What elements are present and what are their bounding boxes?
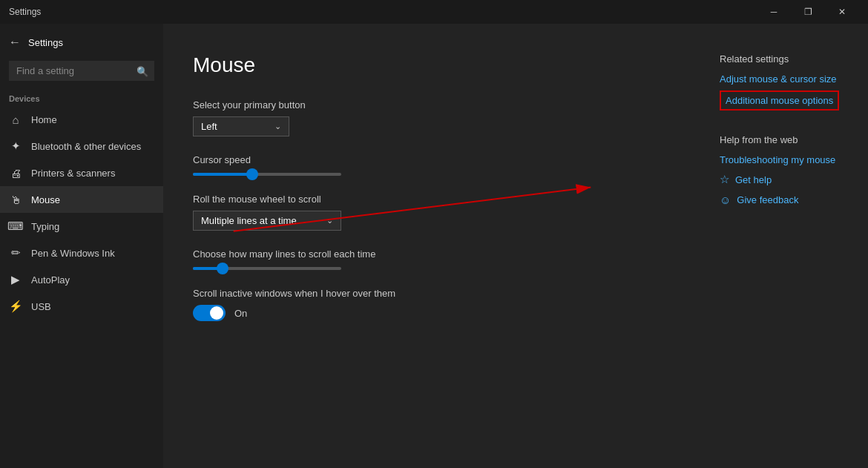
inactive-toggle[interactable] xyxy=(193,305,226,321)
toggle-knob xyxy=(210,306,223,320)
search-input[interactable] xyxy=(9,61,154,81)
scroll-lines-thumb[interactable] xyxy=(217,263,228,274)
sidebar-item-home[interactable]: ⌂ Home xyxy=(0,106,163,133)
scroll-lines-group: Choose how many lines to scroll each tim… xyxy=(193,248,690,270)
scroll-group: Roll the mouse wheel to scroll Multiple … xyxy=(193,194,690,231)
additional-mouse-link[interactable]: Additional mouse options xyxy=(720,90,839,111)
sidebar-item-home-label: Home xyxy=(31,114,57,125)
give-feedback-row[interactable]: ☺ Give feedback xyxy=(720,194,853,206)
titlebar-controls: ─ ❐ ✕ xyxy=(757,0,859,24)
inactive-toggle-label: On xyxy=(234,308,247,319)
cursor-speed-label: Cursor speed xyxy=(193,154,690,165)
search-box: 🔍 xyxy=(9,61,154,81)
usb-icon: ⚡ xyxy=(9,300,22,313)
give-feedback-label: Give feedback xyxy=(737,194,798,205)
scroll-dropdown[interactable]: Multiple lines at a time ⌄ xyxy=(193,211,341,231)
annotation-arrow xyxy=(163,24,720,468)
cursor-speed-slider[interactable] xyxy=(193,173,341,176)
main-content: Mouse Select your primary button Left ⌄ … xyxy=(163,24,720,468)
sidebar-item-bluetooth-label: Bluetooth & other devices xyxy=(31,141,141,152)
get-help-label: Get help xyxy=(735,174,772,185)
get-help-icon: ☆ xyxy=(720,173,729,186)
search-icon: 🔍 xyxy=(137,65,148,76)
sidebar-item-mouse[interactable]: 🖱 Mouse xyxy=(0,186,163,213)
right-panel: Related settings Adjust mouse & cursor s… xyxy=(720,24,868,468)
cursor-speed-fill xyxy=(193,173,252,176)
sidebar-item-bluetooth[interactable]: ✦ Bluetooth & other devices xyxy=(0,133,163,159)
sidebar-item-typing[interactable]: ⌨ Typing xyxy=(0,213,163,240)
scroll-lines-label: Choose how many lines to scroll each tim… xyxy=(193,248,690,260)
typing-icon: ⌨ xyxy=(9,220,22,233)
primary-button-group: Select your primary button Left ⌄ xyxy=(193,99,690,136)
titlebar: Settings ─ ❐ ✕ xyxy=(0,0,868,24)
sidebar-item-usb-label: USB xyxy=(31,301,51,312)
sidebar-back-button[interactable]: ← Settings xyxy=(0,30,163,55)
inactive-windows-group: Scroll inactive windows when I hover ove… xyxy=(193,288,690,321)
related-settings-title: Related settings xyxy=(720,53,853,65)
troubleshoot-link[interactable]: Troubleshooting my mouse xyxy=(720,154,853,165)
printers-icon: 🖨 xyxy=(9,166,22,179)
scroll-lines-slider[interactable] xyxy=(193,267,341,270)
sidebar-item-autoplay[interactable]: ▶ AutoPlay xyxy=(0,266,163,293)
sidebar: ← Settings 🔍 Devices ⌂ Home ✦ Bluetooth … xyxy=(0,24,163,468)
close-button[interactable]: ✕ xyxy=(825,0,859,24)
titlebar-left: Settings xyxy=(9,7,41,17)
inactive-toggle-row: On xyxy=(193,305,690,321)
cursor-speed-group: Cursor speed xyxy=(193,154,690,176)
bluetooth-icon: ✦ xyxy=(9,139,22,153)
adjust-mouse-link[interactable]: Adjust mouse & cursor size xyxy=(720,73,853,85)
app-body: ← Settings 🔍 Devices ⌂ Home ✦ Bluetooth … xyxy=(0,24,868,468)
page-title: Mouse xyxy=(193,53,690,77)
sidebar-back-label: Settings xyxy=(28,37,63,48)
autoplay-icon: ▶ xyxy=(9,273,22,286)
minimize-button[interactable]: ─ xyxy=(757,0,791,24)
sidebar-section-label: Devices xyxy=(0,87,163,106)
pen-icon: ✏ xyxy=(9,246,22,260)
primary-button-value: Left xyxy=(201,121,217,132)
mouse-icon: 🖱 xyxy=(9,193,22,206)
scroll-dropdown-arrow-icon: ⌄ xyxy=(326,216,333,225)
titlebar-title: Settings xyxy=(9,7,41,17)
primary-button-label: Select your primary button xyxy=(193,99,690,111)
sidebar-item-usb[interactable]: ⚡ USB xyxy=(0,293,163,320)
primary-button-dropdown[interactable]: Left ⌄ xyxy=(193,116,289,136)
primary-button-arrow-icon: ⌄ xyxy=(274,122,281,131)
sidebar-item-autoplay-label: AutoPlay xyxy=(31,274,70,286)
help-title: Help from the web xyxy=(720,134,853,145)
cursor-speed-thumb[interactable] xyxy=(246,168,258,180)
sidebar-item-typing-label: Typing xyxy=(31,221,59,232)
get-help-row[interactable]: ☆ Get help xyxy=(720,173,853,186)
back-arrow-icon: ← xyxy=(9,36,21,49)
restore-button[interactable]: ❐ xyxy=(791,0,825,24)
inactive-windows-label: Scroll inactive windows when I hover ove… xyxy=(193,288,690,299)
scroll-value: Multiple lines at a time xyxy=(201,215,297,226)
sidebar-item-pen-label: Pen & Windows Ink xyxy=(31,248,115,259)
sidebar-item-printers[interactable]: 🖨 Printers & scanners xyxy=(0,159,163,186)
sidebar-item-mouse-label: Mouse xyxy=(31,194,60,205)
sidebar-item-pen[interactable]: ✏ Pen & Windows Ink xyxy=(0,240,163,266)
home-icon: ⌂ xyxy=(9,113,22,126)
give-feedback-icon: ☺ xyxy=(720,194,731,206)
scroll-label: Roll the mouse wheel to scroll xyxy=(193,194,690,205)
sidebar-item-printers-label: Printers & scanners xyxy=(31,168,115,179)
